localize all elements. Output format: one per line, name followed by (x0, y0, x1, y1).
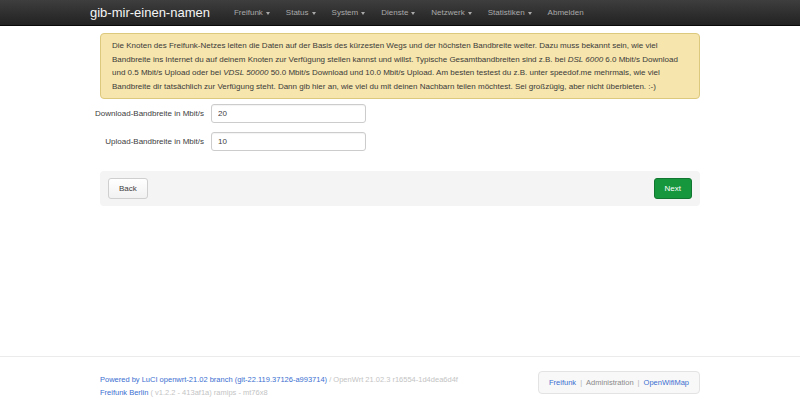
separator: | (638, 378, 640, 387)
nav-item-abmelden[interactable]: Abmelden (540, 0, 592, 26)
top-navbar: gib-mir-einen-namen Freifunk Status Syst… (0, 0, 800, 26)
footer-luci-line: Powered by LuCI openwrt-21.02 branch (gi… (100, 373, 458, 386)
footer-link-administration[interactable]: Administration (586, 378, 634, 387)
luci-version-link[interactable]: Powered by LuCI openwrt-21.02 branch (gi… (100, 375, 327, 384)
nav-item-status[interactable]: Status (278, 0, 324, 26)
upload-bandwidth-input[interactable] (211, 132, 366, 151)
distro-version-text: ( v1.2.2 - 413af1a) ramips - mt76x8 (148, 388, 267, 397)
nav-item-label: Netzwerk (431, 8, 464, 17)
footer-link-openwifimap[interactable]: OpenWifiMap (644, 378, 689, 387)
bandwidth-info-alert: Die Knoten des Freifunk-Netzes leiten di… (100, 33, 700, 99)
main-content: Die Knoten des Freifunk-Netzes leiten di… (100, 33, 700, 206)
chevron-down-icon (528, 12, 532, 15)
page-footer: Powered by LuCI openwrt-21.02 branch (gi… (0, 356, 800, 399)
nav-item-label: System (332, 8, 359, 17)
download-bandwidth-row: Download-Bandbreite in Mbit/s (100, 104, 700, 123)
download-bandwidth-label: Download-Bandbreite in Mbit/s (95, 109, 204, 118)
chevron-down-icon (361, 12, 365, 15)
alert-italic-vdsl: VDSL 50000 (223, 68, 268, 77)
footer-credits: Powered by LuCI openwrt-21.02 branch (gi… (100, 373, 458, 399)
footer-distro-line: Freifunk Berlin ( v1.2.2 - 413af1a) rami… (100, 386, 458, 399)
nav-item-label: Status (286, 8, 309, 17)
nav-item-statistiken[interactable]: Statistiken (480, 0, 540, 26)
nav-item-label: Freifunk (234, 8, 263, 17)
chevron-down-icon (468, 12, 472, 15)
alert-italic-dsl: DSL 6000 (568, 55, 603, 64)
separator: | (580, 378, 582, 387)
page-action-bar: Back Next (100, 171, 700, 206)
download-bandwidth-input[interactable] (211, 104, 366, 123)
chevron-down-icon (312, 12, 316, 15)
nav-item-system[interactable]: System (324, 0, 374, 26)
footer-nav: Freifunk | Administration | OpenWifiMap (538, 371, 700, 394)
nav-item-label: Statistiken (488, 8, 525, 17)
nav-item-label: Abmelden (548, 8, 584, 17)
back-button[interactable]: Back (108, 178, 148, 199)
footer-inner: Powered by LuCI openwrt-21.02 branch (gi… (100, 373, 700, 399)
nav-item-netzwerk[interactable]: Netzwerk (423, 0, 479, 26)
navbar-inner: gib-mir-einen-namen Freifunk Status Syst… (90, 0, 710, 25)
chevron-down-icon (411, 12, 415, 15)
distro-link[interactable]: Freifunk Berlin (100, 388, 148, 397)
nav-item-label: Dienste (381, 8, 408, 17)
upload-bandwidth-row: Upload-Bandbreite in Mbit/s (100, 132, 700, 151)
chevron-down-icon (266, 12, 270, 15)
upload-bandwidth-label: Upload-Bandbreite in Mbit/s (105, 137, 204, 146)
next-button[interactable]: Next (654, 178, 692, 199)
brand-title[interactable]: gib-mir-einen-namen (90, 5, 210, 20)
openwrt-version-text: / OpenWrt 21.02.3 r16554-1d4dea6d4f (327, 375, 458, 384)
main-menu: Freifunk Status System Dienste Netzwerk … (226, 0, 592, 25)
nav-item-freifunk[interactable]: Freifunk (226, 0, 278, 26)
nav-item-dienste[interactable]: Dienste (373, 0, 423, 26)
footer-link-freifunk[interactable]: Freifunk (549, 378, 576, 387)
